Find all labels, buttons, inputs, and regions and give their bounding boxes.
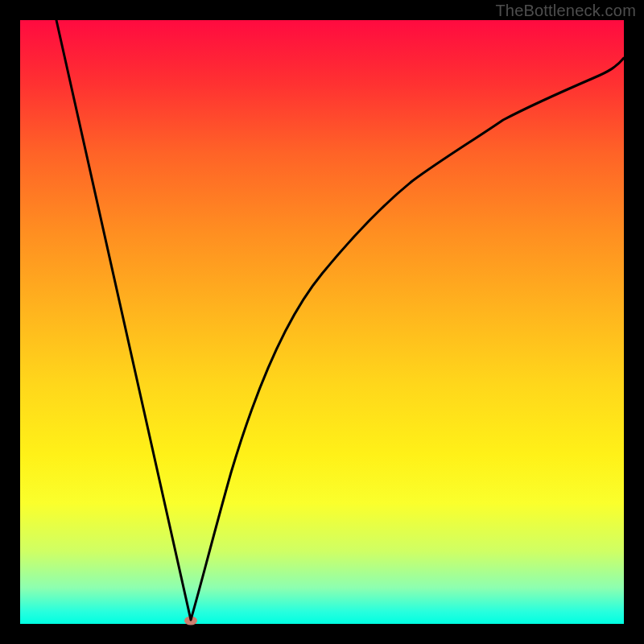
chart-frame: TheBottleneck.com <box>0 0 644 644</box>
watermark-text: TheBottleneck.com <box>495 2 636 20</box>
bottleneck-curve <box>20 20 624 624</box>
curve-path <box>56 20 624 620</box>
